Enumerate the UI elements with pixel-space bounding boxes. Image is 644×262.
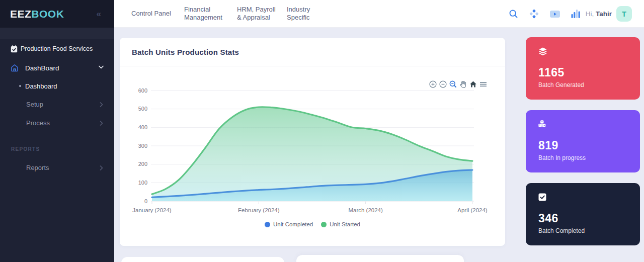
stat-value-batch-in-progress: 819 <box>538 139 558 152</box>
sidebar-item-setup[interactable]: Setup <box>0 95 114 113</box>
chart-toolbar <box>429 80 487 88</box>
active-bullet-icon <box>19 85 21 87</box>
menu-icon[interactable] <box>479 80 487 88</box>
svg-text:0: 0 <box>144 198 147 204</box>
sidebar-process-label: Process <box>26 119 50 127</box>
svg-text:March (2024): March (2024) <box>348 207 383 213</box>
svg-text:400: 400 <box>138 124 147 130</box>
stat-value-batch-generated: 1165 <box>538 66 565 79</box>
sidebar-company-label: Production Food Services <box>21 45 93 52</box>
bottom-card-left <box>121 257 284 262</box>
calendar-check-icon <box>11 45 18 53</box>
stat-label-batch-completed: Batch Completed <box>538 227 585 234</box>
video-tutorial-icon[interactable] <box>550 11 560 18</box>
chart-y-axis-labels: 0100200300400500600 <box>138 88 147 204</box>
chart-card: Batch Units Production Stats <box>120 38 505 246</box>
nav-hrm-payroll[interactable]: HRM, Payroll & Appraisal <box>237 6 278 22</box>
legend-unit-completed[interactable]: Unit Completed <box>265 221 313 227</box>
sidebar-reports-label: Reports <box>26 164 49 171</box>
svg-text:600: 600 <box>138 88 147 94</box>
area-chart[interactable]: 0100200300400500600 January (2024)Februa… <box>120 66 505 221</box>
search-icon[interactable] <box>509 10 518 18</box>
reset-home-icon[interactable] <box>469 80 477 88</box>
stat-card-batch-completed[interactable]: 346 Batch Completed <box>526 183 640 245</box>
user-greeting[interactable]: Hi, Tahir <box>586 10 612 18</box>
svg-text:200: 200 <box>138 161 147 167</box>
home-icon <box>11 64 19 72</box>
zoom-out-icon[interactable] <box>439 80 447 88</box>
chevron-right-icon <box>100 121 103 126</box>
stat-card-batch-generated[interactable]: 1165 Batch Generated <box>526 37 640 100</box>
chevron-down-icon <box>99 65 104 69</box>
sidebar-dashboard-child-label: Dashboard <box>25 82 57 90</box>
sidebar-setup-label: Setup <box>26 101 43 108</box>
legend-dot-blue <box>265 222 270 227</box>
chart-title: Batch Units Production Stats <box>132 48 239 56</box>
chevron-right-icon <box>100 165 103 170</box>
selection-zoom-icon[interactable] <box>449 80 457 88</box>
sidebar: EEZBOOK « Production Food Services DashB… <box>0 0 114 262</box>
stat-card-batch-in-progress[interactable]: 819 Batch In progress <box>526 110 640 172</box>
zoom-in-icon[interactable] <box>429 80 437 88</box>
sidebar-item-reports[interactable]: Reports <box>0 158 114 177</box>
check-square-icon <box>538 193 546 201</box>
legend-dot-green <box>321 222 327 227</box>
user-name: Tahir <box>596 10 612 18</box>
layers-icon <box>538 47 547 56</box>
user-avatar[interactable]: T <box>616 6 632 22</box>
svg-text:April (2024): April (2024) <box>457 207 488 213</box>
sidebar-logo-strip: EEZBOOK « <box>0 0 114 28</box>
sidebar-item-process[interactable]: Process <box>0 114 114 132</box>
stat-label-batch-generated: Batch Generated <box>538 81 584 89</box>
sidebar-section-reports: REPORTS <box>11 146 40 152</box>
cubes-icon <box>538 120 546 127</box>
nav-control-panel[interactable]: Control Panel <box>131 10 171 18</box>
legend-unit-started[interactable]: Unit Started <box>321 221 360 227</box>
topbar: Control Panel Financial Management HRM, … <box>114 0 644 28</box>
chart-x-axis-ticks <box>152 202 472 205</box>
sidebar-collapse-icon[interactable]: « <box>97 9 100 19</box>
legend-label-unit-completed: Unit Completed <box>273 221 313 227</box>
sidebar-dashboard-label: DashBoard <box>25 64 59 72</box>
chart-x-axis-labels: January (2024)February (2024)March (2024… <box>132 207 488 213</box>
brand-logo-part1: EEZ <box>10 8 31 20</box>
brand-logo[interactable]: EEZBOOK <box>10 8 64 20</box>
chevron-right-icon <box>100 102 103 107</box>
bottom-card-right <box>296 255 464 262</box>
sidebar-item-dashboard-child[interactable]: Dashboard <box>0 77 114 95</box>
chart-legend: Unit Completed Unit Started <box>120 221 505 227</box>
svg-text:February (2024): February (2024) <box>238 207 280 213</box>
svg-text:100: 100 <box>138 180 147 186</box>
apps-grid-icon[interactable] <box>529 9 539 19</box>
bar-chart-icon[interactable] <box>571 9 580 19</box>
greeting-prefix: Hi, <box>586 10 596 18</box>
legend-label-unit-started: Unit Started <box>330 221 360 227</box>
stat-label-batch-in-progress: Batch In progress <box>538 154 586 161</box>
pan-icon[interactable] <box>459 80 467 88</box>
stat-value-batch-completed: 346 <box>538 212 558 225</box>
brand-logo-part2: BOOK <box>31 8 64 20</box>
nav-financial-management[interactable]: Financial Management <box>184 6 227 22</box>
sidebar-item-company[interactable]: Production Food Services <box>0 40 114 58</box>
svg-text:January (2024): January (2024) <box>132 207 172 213</box>
svg-text:500: 500 <box>138 106 147 112</box>
sidebar-top-band <box>0 28 114 39</box>
sidebar-item-dashboard-parent[interactable]: DashBoard <box>0 59 114 77</box>
svg-text:300: 300 <box>138 143 147 149</box>
nav-industry-specific[interactable]: Industry Specific <box>287 6 319 22</box>
